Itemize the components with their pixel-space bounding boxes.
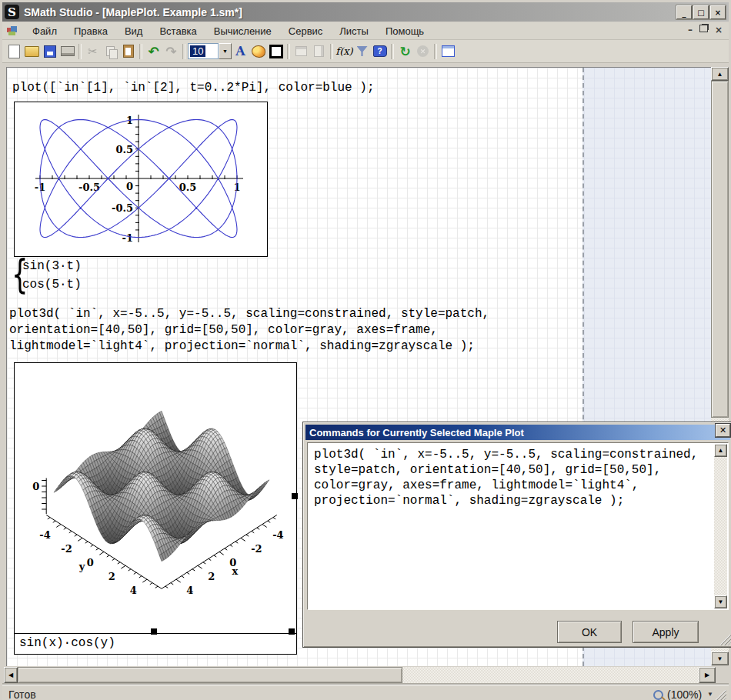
apply-button[interactable]: Apply	[633, 621, 699, 643]
options-list-icon	[442, 45, 455, 57]
open-folder-icon	[25, 46, 39, 57]
minimize-button[interactable]: _	[676, 5, 692, 19]
vscroll-thumb[interactable]	[711, 81, 729, 418]
menu-file[interactable]: Файл	[24, 24, 65, 38]
plot2d-region[interactable]: -1-0.50.5110.5-0.5-10	[14, 102, 268, 257]
mdi-restore-icon[interactable]	[699, 25, 708, 32]
sys-line-1: sin(3·t)	[22, 258, 82, 275]
menu-bar: Файл Правка Вид Вставка Вычисление Серви…	[2, 22, 729, 40]
menu-help[interactable]: Помощь	[377, 24, 432, 38]
mdi-close-icon[interactable]: ×	[715, 25, 723, 35]
plot3d-code-line-1: plot3d( `in`, x=-5..5, y=-5..5, scaling=…	[9, 306, 489, 322]
function-button[interactable]: f(x)	[335, 42, 353, 60]
svg-text:0.5: 0.5	[115, 144, 133, 155]
save-button[interactable]	[41, 42, 58, 60]
mdi-minimize-icon[interactable]: –	[688, 25, 693, 35]
funnel-icon	[357, 46, 368, 56]
dialog-scroll-up-icon[interactable]: ▲	[714, 444, 727, 457]
maple-plot2d-command[interactable]: plot([`in`[1], `in`[2], t=0..2*Pi], colo…	[12, 80, 374, 96]
svg-text:x: x	[232, 565, 238, 577]
save-floppy-icon	[44, 45, 56, 58]
dialog-code-line-4: projection=`normal`, shading=zgrayscale …	[314, 493, 722, 508]
new-button[interactable]	[5, 42, 23, 60]
maximize-button[interactable]: □	[693, 5, 709, 19]
close-button[interactable]: ×	[710, 5, 726, 19]
svg-text:y: y	[78, 561, 85, 572]
help-book-icon: ?	[373, 45, 387, 57]
align-vertical-icon	[314, 45, 324, 57]
function-icon: f(x)	[335, 45, 352, 57]
cut-button: ✂	[84, 42, 102, 60]
menu-calculation[interactable]: Вычисление	[205, 24, 280, 38]
svg-text:0: 0	[87, 557, 94, 568]
dialog-scroll-track[interactable]	[714, 444, 727, 608]
filter-button[interactable]	[353, 42, 371, 60]
plot3d-code-line-3: lightmodel=`light4`, projection=`normal`…	[9, 338, 475, 355]
stop-icon: ✕	[417, 45, 429, 57]
background-color-button[interactable]	[249, 42, 267, 60]
menu-view[interactable]: Вид	[116, 24, 152, 38]
svg-text:0.5: 0.5	[179, 182, 197, 193]
ok-button[interactable]: OK	[557, 621, 622, 643]
worksheet-icon[interactable]	[7, 26, 18, 36]
undo-arrow-icon: ↶	[148, 44, 159, 59]
menu-edit[interactable]: Правка	[65, 24, 116, 38]
font-size-input[interactable]: 10	[188, 43, 219, 59]
status-bar: Готов (100%) ▼	[2, 685, 729, 700]
paste-button[interactable]	[119, 42, 137, 60]
dialog-close-icon[interactable]: ✕	[716, 424, 730, 437]
align-horizontal-button	[292, 42, 310, 60]
horizontal-scrollbar[interactable]: ◀ ▶	[4, 667, 716, 683]
selection-handle-right[interactable]	[292, 493, 298, 499]
menu-sheets[interactable]: Листы	[331, 24, 377, 38]
reference-button[interactable]: ?	[371, 42, 389, 60]
align-vertical-button	[310, 42, 328, 60]
font-size-dropdown[interactable]: ▼	[219, 43, 232, 59]
app-logo-icon: S	[5, 5, 19, 19]
magnifier-icon	[653, 690, 663, 700]
recalculate-button[interactable]: ↻	[396, 42, 414, 60]
window-resize-grip[interactable]	[716, 690, 726, 700]
svg-text:-2: -2	[61, 543, 72, 555]
scroll-down-icon[interactable]: ▼	[711, 652, 729, 665]
printer-icon	[61, 46, 75, 56]
window-title: SMath Studio - [MaplePlot. Example 1.sm*…	[24, 6, 242, 18]
zoom-level[interactable]: (100%)	[667, 688, 702, 700]
svg-text:-0.5: -0.5	[78, 182, 100, 193]
svg-text:0: 0	[126, 181, 133, 192]
print-button[interactable]	[58, 42, 76, 60]
maple-commands-dialog: Commands for Currently Selected Maple Pl…	[302, 422, 731, 648]
zoom-dropdown-icon[interactable]: ▼	[707, 691, 713, 698]
dialog-title-bar[interactable]: Commands for Currently Selected Maple Pl…	[305, 425, 730, 440]
scroll-left-icon[interactable]: ◀	[4, 667, 18, 683]
options-button[interactable]	[439, 42, 457, 60]
dialog-code-line-1: plot3d( `in`, x=-5..5, y=-5..5, scaling=…	[314, 447, 722, 462]
selection-handle-corner[interactable]	[289, 628, 295, 635]
menu-tools[interactable]: Сервис	[280, 24, 332, 38]
hscroll-thumb[interactable]	[18, 667, 402, 683]
menu-insert[interactable]: Вставка	[151, 24, 205, 38]
svg-text:2: 2	[208, 571, 215, 582]
redo-arrow-icon: ↷	[165, 44, 176, 59]
open-button[interactable]	[23, 42, 41, 60]
border-square-icon	[269, 45, 283, 58]
sys-line-2: cos(5·t)	[22, 277, 82, 293]
svg-text:2: 2	[108, 571, 115, 582]
selection-handle-bottom[interactable]	[151, 628, 157, 635]
border-button[interactable]	[267, 42, 285, 60]
stop-button: ✕	[414, 42, 432, 60]
scroll-right-icon[interactable]: ▶	[699, 667, 716, 683]
font-size-value: 10	[190, 45, 205, 57]
scroll-up-icon[interactable]: ▲	[711, 67, 729, 81]
dialog-resize-grip[interactable]	[720, 635, 731, 645]
font-color-button[interactable]: A	[232, 42, 249, 60]
app-window: S SMath Studio - [MaplePlot. Example 1.s…	[0, 0, 731, 700]
dialog-code-line-2: style=patch, orientation=[40,50], grid=[…	[314, 462, 722, 478]
commands-textarea[interactable]: plot3d( `in`, x=-5..5, y=-5..5, scaling=…	[307, 442, 729, 610]
svg-text:4: 4	[186, 585, 193, 596]
dialog-scroll-down-icon[interactable]: ▼	[714, 595, 727, 608]
undo-button[interactable]: ↶	[145, 42, 162, 60]
svg-text:-0.5: -0.5	[112, 202, 133, 214]
plot3d-region[interactable]: -4-2024-4-2024yx0 sin(x)·cos(y)	[14, 362, 297, 655]
toolbar: ✂ ↶ ↷ 10 ▼ A f(x) ? ↻ ✕	[2, 40, 729, 63]
